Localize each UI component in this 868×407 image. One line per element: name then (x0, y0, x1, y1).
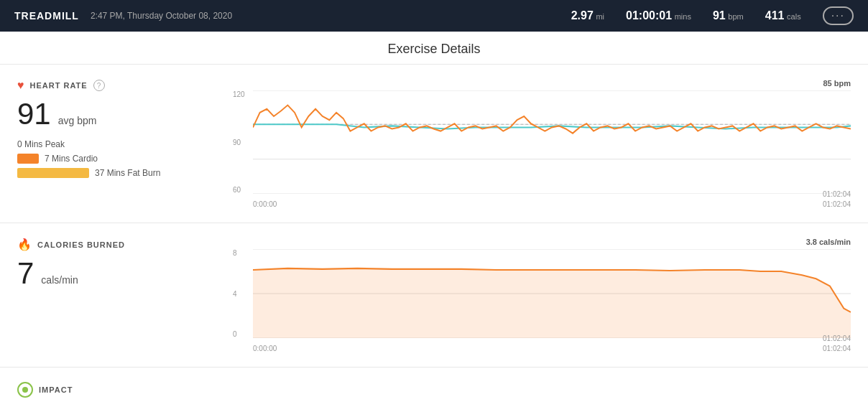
zone-fatburn-label: 37 Mins Fat Burn (95, 168, 160, 178)
cal-x-end: 01:02:04 (823, 335, 851, 342)
calories-unit: cals/min (41, 274, 78, 286)
more-button[interactable]: ··· (823, 6, 854, 25)
cal-chart-top-label: 3.8 cals/min (806, 238, 851, 246)
heart-rate-chart: 85 bpm 120 90 60 0:00:00 (233, 79, 851, 208)
hr-chart-area: 120 90 60 (253, 90, 851, 194)
calories-title: CALORIES BURNED (37, 240, 125, 249)
heart-icon: ♥ (17, 79, 24, 92)
page-title: Exercise Details (0, 32, 868, 65)
calories-chart: 3.8 cals/min 8 4 0 0:00:00 01:02:04 01:0… (233, 238, 851, 352)
impact-header: IMPACT (17, 382, 851, 398)
cal-chart-area: 8 4 0 (253, 249, 851, 338)
hr-x-start: 0:00:00 (253, 200, 277, 208)
calories-left: 🔥 CALORIES BURNED 7 cals/min (17, 238, 233, 352)
zone-peak: 0 Mins Peak (17, 139, 216, 149)
zone-fatburn-swatch (17, 168, 89, 178)
hr-chart-top-label: 85 bpm (823, 79, 851, 88)
calories-panel: 🔥 CALORIES BURNED 7 cals/min 3.8 cals/mi… (0, 223, 868, 368)
stat-cals: 411 cals (765, 9, 801, 22)
heart-rate-header: ♥ HEART RATE ? (17, 79, 216, 92)
calories-header: 🔥 CALORIES BURNED (17, 238, 216, 251)
zone-cardio-label: 7 Mins Cardio (45, 154, 98, 164)
heart-rate-panel: ♥ HEART RATE ? 91 avg bpm 0 Mins Peak 7 … (0, 65, 868, 223)
topbar-datetime: 2:47 PM, Thursday October 08, 2020 (91, 11, 232, 21)
stat-duration: 01:00:01 mins (626, 9, 691, 22)
svg-marker-8 (253, 268, 851, 338)
heart-rate-value-row: 91 avg bpm (17, 99, 216, 129)
stat-distance: 2.97 mi (571, 9, 604, 22)
impact-panel: IMPACT +5,898 of 17,735 steps taken (0, 368, 868, 407)
stat-bpm: 91 bpm (713, 9, 744, 22)
heart-rate-left: ♥ HEART RATE ? 91 avg bpm 0 Mins Peak 7 … (17, 79, 233, 208)
zone-cardio-swatch (17, 154, 39, 164)
hr-x-end: 01:02:04 (823, 190, 851, 198)
hr-time-label: 01:02:04 (823, 200, 851, 208)
impact-icon (17, 382, 33, 398)
zone-list: 0 Mins Peak 7 Mins Cardio 37 Mins Fat Bu… (17, 139, 216, 178)
zone-cardio: 7 Mins Cardio (17, 154, 216, 164)
zone-fatburn: 37 Mins Fat Burn (17, 168, 216, 178)
hr-svg (253, 90, 851, 194)
calories-value: 7 (17, 258, 34, 289)
cal-svg (253, 249, 851, 338)
hr-y-axis: 120 90 60 (233, 90, 245, 194)
cal-time-label: 01:02:04 (823, 345, 851, 352)
heart-rate-unit: avg bpm (58, 115, 97, 126)
cal-x-start: 0:00:00 (253, 345, 277, 352)
heart-rate-avg: 91 (17, 99, 51, 129)
heart-rate-title: HEART RATE (30, 81, 88, 90)
zone-peak-label: 0 Mins Peak (17, 139, 65, 149)
topbar: TREADMILL 2:47 PM, Thursday October 08, … (0, 0, 868, 32)
fire-icon: 🔥 (17, 238, 32, 251)
heart-rate-info-icon[interactable]: ? (93, 80, 105, 91)
cal-y-axis: 8 4 0 (233, 249, 237, 338)
impact-dot (22, 387, 28, 393)
calories-value-row: 7 cals/min (17, 258, 216, 289)
topbar-title: TREADMILL (14, 10, 79, 22)
impact-title: IMPACT (39, 385, 73, 394)
topbar-stats: 2.97 mi 01:00:01 mins 91 bpm 411 cals ··… (571, 6, 854, 25)
